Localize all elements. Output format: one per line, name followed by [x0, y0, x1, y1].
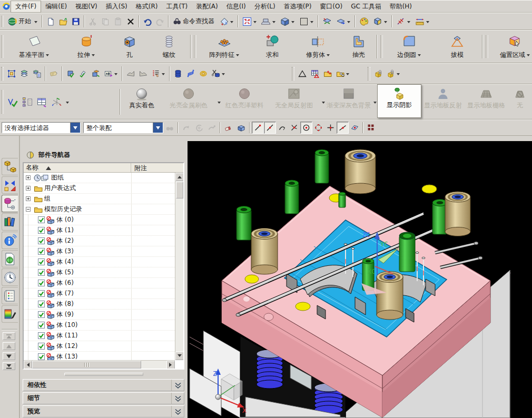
tree-body-10[interactable]: 体 (10) — [24, 320, 175, 331]
dropdown-caret-icon[interactable] — [92, 54, 95, 58]
expression-table-button[interactable] — [35, 95, 50, 109]
dropdown-caret-icon[interactable] — [46, 54, 49, 58]
checkbox-checked-icon[interactable] — [38, 269, 45, 276]
none-button[interactable]: 无 — [508, 86, 532, 118]
tree-body-5[interactable]: 体 (5) — [24, 267, 175, 278]
metal-sphere-button[interactable]: 光亮金属刷色 — [161, 86, 216, 118]
measure-button[interactable] — [413, 15, 432, 28]
tree-vertical-scrollbar[interactable] — [175, 173, 183, 360]
constraint-navigator-tab[interactable] — [2, 176, 18, 194]
dropdown-caret-icon[interactable] — [407, 21, 410, 25]
dropdown-caret-icon[interactable] — [322, 102, 325, 105]
floor-grid-button[interactable]: 显示地板栅格 — [465, 86, 508, 118]
menu-1[interactable]: 编辑(E) — [41, 1, 71, 12]
tree-body-11[interactable]: 体 (11) — [24, 331, 175, 341]
hole-button[interactable]: 孔 — [110, 32, 150, 62]
dropdown-caret-icon[interactable] — [66, 102, 69, 105]
tree-body-0[interactable]: 体 (0) — [24, 215, 175, 225]
tolerance-table-button[interactable] — [309, 68, 321, 79]
toolbar-grip[interactable] — [368, 67, 370, 81]
dropdown-caret-icon[interactable] — [114, 73, 117, 77]
lock-assembly-button[interactable] — [372, 68, 385, 79]
tree-body-13[interactable]: 体 (13) — [24, 352, 175, 360]
dropdown-caret-icon[interactable] — [426, 21, 429, 25]
select-back-button[interactable] — [180, 122, 193, 134]
system-scenes-tab[interactable] — [2, 287, 18, 304]
cut-button[interactable] — [86, 16, 99, 27]
control-point-snap-button[interactable] — [276, 122, 288, 134]
toolbar-grip[interactable] — [1, 90, 4, 114]
dropdown-caret-icon[interactable] — [373, 102, 377, 105]
validate-button[interactable] — [5, 95, 20, 109]
selection-scope-dropdown[interactable]: 整个装配 — [83, 122, 163, 133]
toolbar-grip[interactable] — [1, 16, 4, 27]
parts-list-button[interactable] — [20, 95, 35, 109]
scroll-top-button[interactable] — [3, 332, 15, 340]
delete-button[interactable] — [124, 16, 137, 27]
dropdown-caret-icon[interactable] — [397, 73, 400, 77]
component-cube-button[interactable] — [90, 68, 102, 79]
menu-11[interactable]: GC 工具箱 — [347, 1, 386, 12]
select-bounded-button[interactable] — [5, 68, 18, 79]
dropdown-caret-icon[interactable] — [327, 54, 330, 58]
open-file-button[interactable] — [57, 16, 70, 27]
tree-body-7[interactable]: 体 (7) — [24, 288, 175, 299]
dropdown-caret-icon[interactable] — [347, 21, 350, 25]
pattern-feature-button[interactable]: 阵列特征 — [198, 32, 251, 62]
scroll-up-button[interactable] — [175, 173, 184, 181]
menu-12[interactable]: 帮助(H) — [386, 1, 416, 12]
menu-6[interactable]: 装配(A) — [192, 1, 222, 12]
section-2[interactable]: 预览 — [23, 405, 184, 417]
dropdown-caret-icon[interactable] — [384, 21, 387, 25]
selection-filter-dropdown[interactable]: 没有选择过滤器 — [2, 122, 81, 133]
boolean-check-button[interactable] — [64, 68, 77, 79]
layer-settings-button[interactable] — [18, 68, 31, 79]
chevron-double-down-icon[interactable] — [171, 406, 182, 417]
rapid-dimension-button[interactable] — [394, 15, 413, 28]
toolbar-grip[interactable] — [1, 67, 4, 81]
part-navigator-tab[interactable] — [2, 195, 18, 212]
expander-plus-icon[interactable] — [26, 186, 31, 191]
checkbox-checked-icon[interactable] — [38, 343, 45, 350]
dropdown-caret-icon[interactable] — [218, 102, 221, 105]
dropdown-caret-icon[interactable] — [162, 73, 165, 77]
unite-button[interactable]: 求和 — [251, 32, 294, 62]
annotation-note-button[interactable] — [47, 68, 60, 79]
intersection-snap-button[interactable] — [288, 122, 300, 134]
undo-button[interactable] — [141, 16, 154, 27]
torsion-spring-button[interactable] — [197, 68, 210, 79]
check-mate-button[interactable] — [77, 68, 90, 79]
triangle-button[interactable] — [296, 68, 309, 79]
assembly-navigator-tab[interactable] — [2, 158, 18, 175]
toolbar-grip[interactable] — [292, 67, 294, 81]
find-component-button[interactable] — [163, 122, 176, 134]
gradient-background-button[interactable]: 渐变深灰色背景 — [326, 86, 372, 118]
trim-body-button[interactable]: 修剪体 — [294, 32, 342, 62]
plastic-sphere-button[interactable]: 红色亮泽塑料 — [221, 86, 268, 118]
scroll-down-button[interactable] — [3, 352, 15, 360]
chevron-double-down-icon[interactable] — [171, 380, 182, 391]
tree-body-8[interactable]: 体 (8) — [24, 299, 175, 310]
background-button[interactable] — [297, 15, 316, 28]
tree-body-4[interactable]: 体 (4) — [24, 257, 175, 267]
existing-point-snap-button[interactable] — [324, 122, 337, 134]
checkbox-checked-icon[interactable] — [38, 237, 45, 244]
clip-section-button[interactable] — [320, 15, 334, 28]
tree-horizontal-scrollbar[interactable] — [24, 360, 175, 369]
dropdown-caret-icon[interactable] — [230, 21, 233, 25]
checkbox-checked-icon[interactable] — [38, 248, 45, 255]
sync-delete-button[interactable] — [137, 68, 150, 79]
toolbar-grip[interactable] — [194, 35, 196, 58]
extension-spring-button[interactable] — [184, 68, 197, 79]
orient-view-button[interactable] — [50, 95, 64, 109]
dropdown-arrow-icon[interactable] — [153, 123, 163, 133]
dropdown-caret-icon[interactable] — [253, 21, 257, 25]
menu-2[interactable]: 视图(V) — [71, 1, 102, 12]
expander-minus-icon[interactable] — [26, 207, 31, 212]
dropdown-caret-icon[interactable] — [272, 21, 275, 25]
reuse-library-tab[interactable] — [2, 213, 18, 231]
thread-button[interactable]: 螺纹 — [150, 32, 189, 62]
section-1[interactable]: 细节 — [23, 392, 184, 404]
quadrant-snap-button[interactable] — [312, 122, 324, 134]
point-on-curve-snap-button[interactable] — [337, 122, 349, 134]
